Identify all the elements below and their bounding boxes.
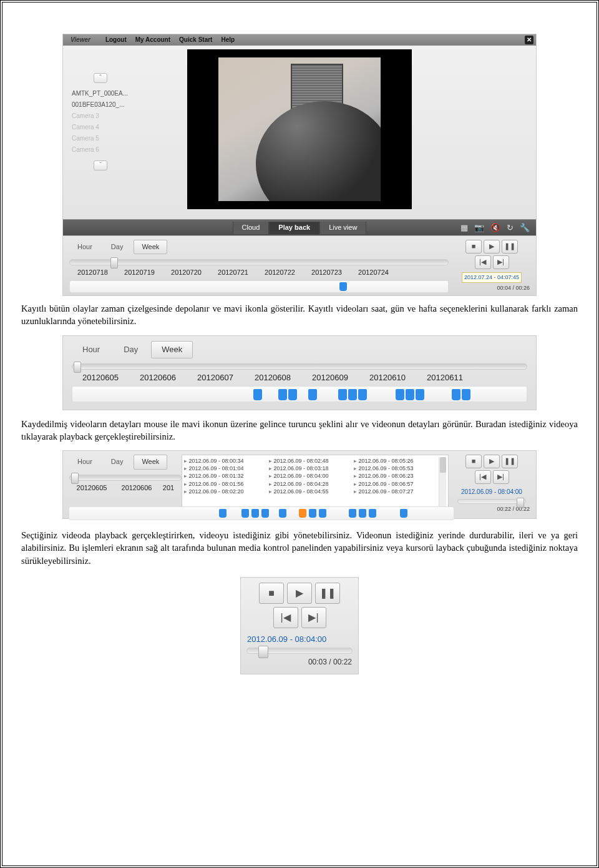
event-marker-icon[interactable] (406, 389, 414, 400)
next-button[interactable]: ▶| (493, 470, 509, 484)
event-marker-icon[interactable] (358, 389, 367, 400)
stop-button[interactable]: ■ (465, 455, 482, 468)
refresh-icon[interactable]: ↻ (507, 222, 514, 234)
clip-item[interactable]: 2012.06.09 - 08:04:00 (269, 472, 354, 480)
tab-hour[interactable]: Hour (72, 341, 110, 358)
event-marker-icon[interactable] (416, 389, 424, 400)
clip-item[interactable]: 2012.06.09 - 08:06:57 (354, 480, 439, 488)
prev-button[interactable]: |◀ (475, 255, 491, 269)
event-marker-icon[interactable] (241, 509, 249, 518)
slider-thumb-icon[interactable] (71, 473, 79, 484)
tab-week[interactable]: Week (134, 240, 167, 254)
camera-item[interactable]: 001BFE03A120_... (69, 99, 132, 111)
slider-thumb-icon[interactable] (74, 362, 81, 373)
progress-slider[interactable] (246, 648, 353, 654)
scroll-down-icon[interactable]: ˇ (94, 160, 107, 170)
event-marker-active-icon[interactable] (299, 509, 306, 518)
prev-button[interactable]: |◀ (273, 607, 298, 628)
event-marker-icon[interactable] (339, 282, 347, 291)
clip-item[interactable]: 2012.06.09 - 08:00:34 (184, 457, 269, 465)
event-marker-icon[interactable] (278, 389, 287, 400)
event-marker-icon[interactable] (452, 389, 460, 400)
media-controls: ■ ▶ ❚❚ |◀ ▶| 2012.07.24 - 04:07:45 00:04… (449, 240, 530, 293)
event-marker-icon[interactable] (261, 509, 269, 518)
event-marker-icon[interactable] (288, 389, 297, 400)
clip-item[interactable]: 2012.06.09 - 08:01:32 (184, 472, 269, 480)
event-track[interactable] (72, 386, 527, 402)
event-marker-icon[interactable] (309, 509, 316, 518)
clip-item[interactable]: 2012.06.09 - 08:04:28 (269, 480, 354, 488)
play-button[interactable]: ▶ (484, 455, 500, 468)
next-button[interactable]: ▶| (301, 607, 326, 628)
camera-item-disabled: Camera 5 (69, 133, 132, 144)
event-marker-icon[interactable] (400, 509, 407, 518)
prev-button[interactable]: |◀ (475, 470, 491, 484)
mode-cloud-button[interactable]: Cloud (233, 222, 270, 234)
grid-icon[interactable]: ▦ (460, 222, 468, 234)
clip-item[interactable]: 2012.06.09 - 08:06:23 (354, 472, 439, 480)
clip-item[interactable]: 2012.06.09 - 08:02:48 (269, 457, 354, 465)
clip-item[interactable]: 2012.06.09 - 08:05:26 (354, 457, 439, 465)
nav-logout[interactable]: Logout (105, 36, 127, 44)
slider-thumb-icon[interactable] (110, 257, 118, 269)
date-label: 20120608 (244, 372, 301, 383)
body-text: Kayıtlı bütün olaylar zaman çizelgesinde… (21, 302, 578, 328)
timeline-range-slider[interactable] (72, 363, 527, 370)
tab-week[interactable]: Week (134, 455, 167, 469)
clip-item[interactable]: 2012.06.09 - 08:01:56 (184, 480, 269, 488)
pause-button[interactable]: ❚❚ (502, 455, 518, 468)
event-track[interactable] (69, 506, 454, 520)
timeline-range-slider[interactable] (69, 259, 449, 265)
event-marker-icon[interactable] (253, 389, 262, 400)
event-track[interactable] (69, 280, 449, 293)
media-controls: ■ ▶ ❚❚ |◀ ▶| 2012.06.09 - 08:04:00 00:22… (449, 455, 530, 515)
event-marker-icon[interactable] (319, 509, 326, 518)
event-marker-icon[interactable] (348, 389, 357, 400)
nav-myaccount[interactable]: My Account (135, 36, 170, 44)
mode-liveview-button[interactable]: Live view (319, 222, 366, 234)
mode-playback-button[interactable]: Play back (269, 222, 319, 234)
clip-item[interactable]: 2012.06.09 - 08:01:04 (184, 465, 269, 472)
event-marker-icon[interactable] (462, 389, 470, 400)
nav-help[interactable]: Help (221, 36, 235, 44)
mute-icon[interactable]: 🔇 (490, 222, 500, 234)
elapsed-label: 00:04 / 00:26 (497, 284, 530, 292)
event-marker-icon[interactable] (396, 389, 404, 400)
clip-item[interactable]: 2012.06.09 - 08:07:27 (354, 488, 439, 495)
tab-day[interactable]: Day (103, 240, 132, 254)
event-marker-icon[interactable] (219, 509, 226, 518)
camera-item[interactable]: AMTK_PT_000EA... (69, 88, 132, 99)
progress-slider[interactable] (457, 499, 526, 504)
clip-item[interactable]: 2012.06.09 - 08:02:20 (184, 488, 269, 495)
clip-item[interactable]: 2012.06.09 - 08:04:55 (269, 488, 354, 495)
event-marker-icon[interactable] (251, 509, 259, 518)
stop-button[interactable]: ■ (465, 240, 482, 254)
scrollbar[interactable] (439, 457, 446, 512)
stop-button[interactable]: ■ (259, 583, 284, 604)
close-icon[interactable]: ✕ (525, 36, 533, 44)
play-button[interactable]: ▶ (287, 583, 312, 604)
camera-icon[interactable]: 📷 (474, 222, 484, 234)
event-marker-icon[interactable] (359, 509, 366, 518)
scroll-up-icon[interactable]: ˆ (94, 73, 107, 83)
pause-button[interactable]: ❚❚ (315, 583, 340, 604)
tab-week[interactable]: Week (151, 341, 193, 358)
event-marker-icon[interactable] (338, 389, 347, 400)
play-button[interactable]: ▶ (484, 240, 500, 254)
tab-day[interactable]: Day (103, 455, 132, 469)
clip-item[interactable]: 2012.06.09 - 08:05:53 (354, 465, 439, 472)
event-marker-icon[interactable] (349, 509, 356, 518)
nav-quickstart[interactable]: Quick Start (179, 36, 212, 44)
event-marker-icon[interactable] (369, 509, 376, 518)
tab-day[interactable]: Day (113, 341, 149, 358)
event-marker-icon[interactable] (279, 509, 286, 518)
settings-icon[interactable]: 🔧 (520, 222, 530, 234)
tab-hour[interactable]: Hour (69, 455, 100, 469)
video-player[interactable] (187, 49, 412, 209)
clip-item[interactable]: 2012.06.09 - 08:03:18 (269, 465, 354, 472)
event-marker-icon[interactable] (308, 389, 317, 400)
pause-button[interactable]: ❚❚ (502, 240, 518, 254)
timeline-range-slider[interactable] (69, 475, 182, 481)
tab-hour[interactable]: Hour (69, 240, 100, 254)
next-button[interactable]: ▶| (493, 255, 509, 269)
